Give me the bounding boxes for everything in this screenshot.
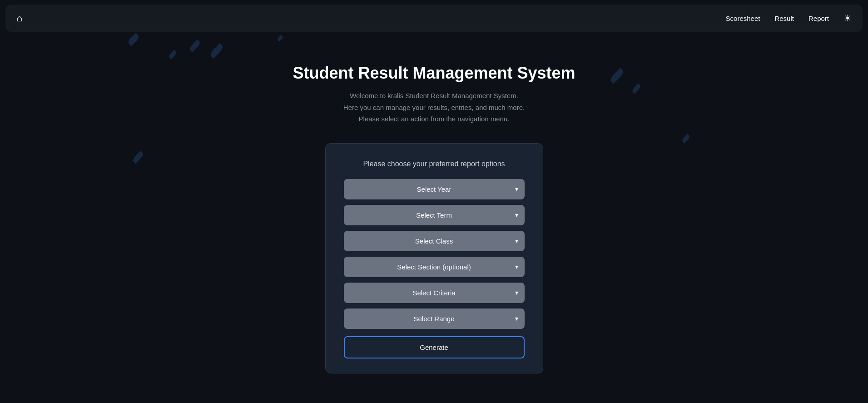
select-class[interactable]: Select Class [344, 231, 525, 251]
class-select-wrapper: Select Class ▾ [344, 231, 525, 251]
term-select-wrapper: Select Term ▾ [344, 205, 525, 225]
main-content: Student Result Management System Welcome… [0, 36, 868, 373]
criteria-select-wrapper: Select Criteria ▾ [344, 283, 525, 303]
select-year[interactable]: Select Year [344, 179, 525, 199]
nav-links: Scoresheet Result Report ☀ [726, 13, 852, 24]
page-subtitle: Welcome to kralis Student Result Managem… [343, 90, 525, 125]
report-card: Please choose your preferred report opti… [325, 143, 543, 373]
section-select-wrapper: Select Section (optional) ▾ [344, 257, 525, 277]
nav-report[interactable]: Report [808, 15, 829, 22]
card-title: Please choose your preferred report opti… [344, 160, 525, 168]
generate-button[interactable]: Generate [344, 336, 525, 358]
navbar: ⌂ Scoresheet Result Report ☀ [5, 5, 863, 32]
home-icon[interactable]: ⌂ [16, 12, 22, 24]
nav-result[interactable]: Result [774, 15, 794, 22]
nav-scoresheet[interactable]: Scoresheet [726, 15, 760, 22]
select-term[interactable]: Select Term [344, 205, 525, 225]
select-section[interactable]: Select Section (optional) [344, 257, 525, 277]
range-select-wrapper: Select Range ▾ [344, 308, 525, 329]
page-title: Student Result Management System [293, 64, 575, 83]
select-range[interactable]: Select Range [344, 308, 525, 329]
theme-toggle-icon[interactable]: ☀ [843, 13, 852, 24]
year-select-wrapper: Select Year ▾ [344, 179, 525, 199]
select-criteria[interactable]: Select Criteria [344, 283, 525, 303]
